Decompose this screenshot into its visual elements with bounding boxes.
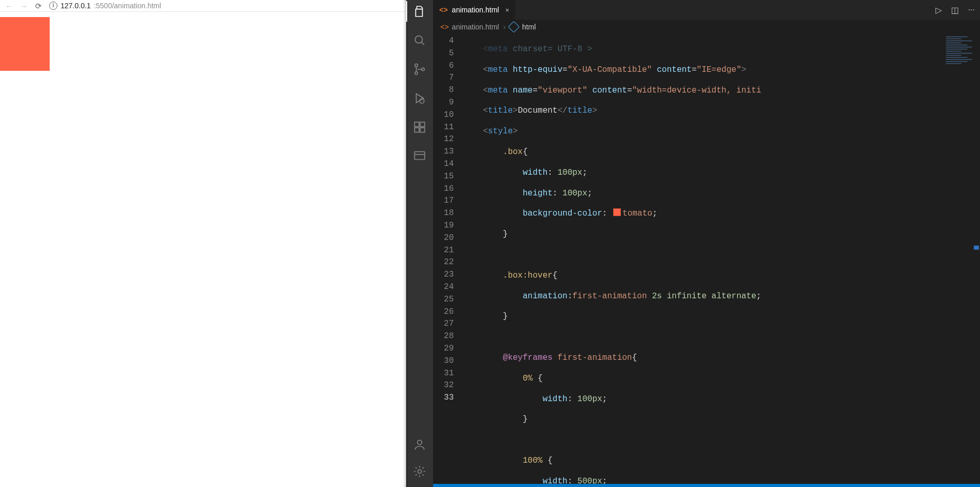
close-tab-icon[interactable]: ×	[505, 6, 509, 14]
svg-point-11	[418, 470, 422, 474]
tab-animation-html[interactable]: <> animation.html ×	[433, 0, 516, 20]
svg-rect-7	[414, 128, 419, 132]
svg-point-1	[415, 64, 418, 67]
color-swatch-tomato[interactable]	[613, 208, 621, 216]
editor-tabs: <> animation.html × ▷ ◫ ···	[433, 0, 980, 20]
accounts-icon[interactable]	[412, 437, 427, 452]
svg-rect-8	[420, 128, 425, 132]
svg-point-0	[415, 36, 422, 43]
status-bar[interactable]	[433, 484, 980, 487]
html-file-icon: <>	[440, 23, 449, 31]
more-actions-icon[interactable]: ···	[968, 5, 975, 14]
breadcrumbs[interactable]: <> animation.html › html	[433, 20, 980, 34]
browser-pane: ← → ⟳ i 127.0.0.1:5500/animation.html	[0, 0, 406, 487]
activity-bar	[406, 0, 433, 487]
search-icon[interactable]	[412, 33, 427, 48]
browser-toolbar: ← → ⟳ i 127.0.0.1:5500/animation.html	[0, 0, 406, 12]
svg-point-3	[422, 68, 424, 70]
url-host: 127.0.0.1	[61, 2, 91, 10]
line-gutter: 4 5 6 7 8 9 10 11 12 13 14 15 16 17	[433, 34, 463, 484]
editor-title-actions: ▷ ◫ ···	[930, 0, 980, 20]
extensions-icon[interactable]	[412, 120, 427, 134]
svg-rect-6	[420, 122, 425, 127]
address-bar[interactable]: i 127.0.0.1:5500/animation.html	[49, 2, 400, 10]
explorer-icon[interactable]	[412, 4, 427, 19]
code-content[interactable]: <meta charset= UTF-8 > <meta http-equiv=…	[463, 34, 980, 484]
run-debug-icon[interactable]	[412, 91, 427, 105]
editor-pane: <> animation.html × ▷ ◫ ··· <> animation…	[406, 0, 980, 487]
split-editor-icon[interactable]: ◫	[951, 5, 959, 15]
app-root: ← → ⟳ i 127.0.0.1:5500/animation.html	[0, 0, 980, 487]
site-info-icon[interactable]: i	[49, 2, 57, 10]
svg-rect-9	[414, 151, 425, 159]
forward-button[interactable]: →	[20, 2, 28, 10]
svg-point-2	[415, 72, 418, 74]
rendered-box[interactable]	[0, 17, 50, 71]
breadcrumb-symbol[interactable]: html	[510, 23, 536, 31]
editor-main: <> animation.html × ▷ ◫ ··· <> animation…	[433, 0, 980, 487]
settings-gear-icon[interactable]	[412, 464, 427, 479]
url-path: :5500/animation.html	[94, 2, 161, 10]
code-editor[interactable]: 4 5 6 7 8 9 10 11 12 13 14 15 16 17	[433, 34, 980, 484]
overview-ruler[interactable]	[973, 34, 980, 484]
breadcrumb-symbol-label: html	[522, 23, 536, 31]
chevron-right-icon: ›	[503, 23, 506, 31]
symbol-icon	[508, 21, 520, 33]
breadcrumb-file[interactable]: <> animation.html	[440, 23, 499, 31]
svg-point-10	[418, 440, 422, 445]
reload-button[interactable]: ⟳	[35, 2, 42, 10]
browser-viewport	[0, 12, 406, 487]
source-control-icon[interactable]	[412, 62, 427, 77]
tab-filename: animation.html	[452, 6, 499, 14]
editor-body: <> animation.html × ▷ ◫ ··· <> animation…	[406, 0, 980, 487]
back-button[interactable]: ←	[5, 2, 13, 10]
run-icon[interactable]: ▷	[936, 5, 942, 15]
live-server-icon[interactable]	[412, 149, 427, 163]
breadcrumb-file-label: animation.html	[452, 23, 499, 31]
svg-rect-5	[414, 122, 419, 127]
html-file-icon: <>	[439, 6, 448, 14]
